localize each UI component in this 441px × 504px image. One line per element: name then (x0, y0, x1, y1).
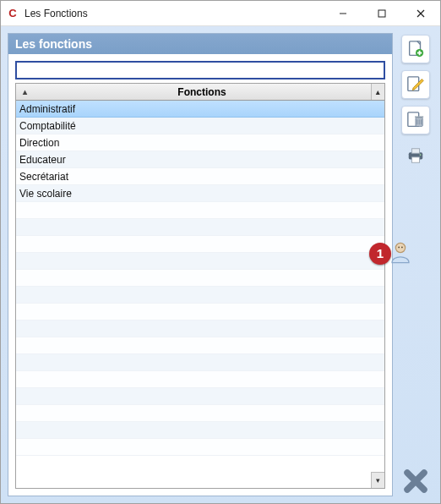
svg-rect-11 (415, 116, 423, 118)
sort-indicator-icon: ▴ (16, 87, 33, 96)
trash-icon (406, 111, 425, 129)
window-close-button[interactable] (401, 1, 440, 26)
grid: ▴ Fonctions ▴ AdministratifComptabilitéD… (15, 83, 385, 489)
close-icon (403, 468, 428, 494)
window-title: Les Fonctions (24, 8, 324, 19)
search-input[interactable] (15, 61, 385, 79)
grid-rows: AdministratifComptabilitéDirectionEducat… (16, 101, 384, 488)
table-row[interactable] (16, 202, 384, 219)
page-plus-icon (406, 40, 425, 58)
main-panel: Les fonctions ▴ Fonctions ▴ Administrati… (8, 33, 393, 496)
column-header-fonctions[interactable]: Fonctions (33, 86, 371, 98)
table-row[interactable] (16, 405, 384, 422)
minimize-button[interactable] (324, 1, 362, 26)
panel-body: ▴ Fonctions ▴ AdministratifComptabilitéD… (8, 54, 392, 496)
delete-button[interactable] (401, 106, 430, 134)
scroll-up-button[interactable]: ▴ (371, 84, 384, 100)
table-row[interactable] (16, 219, 384, 236)
svg-rect-17 (411, 157, 419, 162)
grid-header[interactable]: ▴ Fonctions ▴ (16, 84, 384, 101)
add-button[interactable] (401, 35, 430, 63)
table-row[interactable] (16, 270, 384, 287)
maximize-button[interactable] (362, 1, 401, 26)
table-row[interactable] (16, 236, 384, 253)
table-row[interactable] (16, 371, 384, 388)
table-row[interactable] (16, 422, 384, 439)
scroll-down-button[interactable]: ▾ (371, 472, 384, 488)
edit-button[interactable] (401, 70, 430, 99)
table-row[interactable]: Vie scolaire (16, 185, 384, 202)
table-row[interactable]: Administratif (16, 101, 384, 118)
table-row[interactable]: Direction (16, 134, 384, 151)
table-row[interactable]: Educateur (16, 151, 384, 168)
app-icon: C (6, 7, 19, 20)
table-row[interactable] (16, 304, 384, 320)
svg-rect-16 (411, 149, 419, 154)
close-panel-button[interactable] (400, 466, 431, 496)
printer-icon (406, 146, 425, 165)
panel-header: Les fonctions (8, 34, 392, 54)
app-window: C Les Fonctions Les fonctions ▴ Fonction… (0, 0, 441, 504)
svg-point-18 (420, 154, 422, 156)
table-row[interactable]: Secrétariat (16, 168, 384, 185)
table-row[interactable] (16, 388, 384, 405)
sidebar-toolbar (398, 33, 433, 496)
table-row[interactable] (16, 337, 384, 354)
svg-rect-1 (378, 10, 385, 17)
table-row[interactable]: Comptabilité (16, 118, 384, 134)
table-row[interactable] (16, 287, 384, 304)
table-row[interactable] (16, 354, 384, 371)
titlebar: C Les Fonctions (1, 1, 440, 26)
print-button[interactable] (401, 141, 430, 170)
pencil-icon (406, 75, 425, 94)
table-row[interactable] (16, 439, 384, 456)
client-area: Les fonctions ▴ Fonctions ▴ Administrati… (1, 26, 440, 503)
table-row[interactable] (16, 320, 384, 337)
table-row[interactable] (16, 253, 384, 270)
